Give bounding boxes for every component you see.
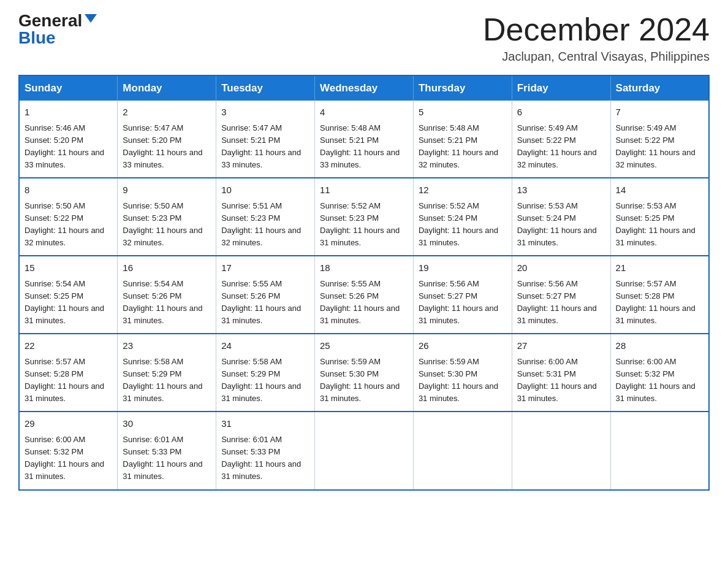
calendar-cell	[315, 412, 414, 489]
calendar-week-row: 1 Sunrise: 5:46 AMSunset: 5:20 PMDayligh…	[19, 101, 709, 178]
day-number: 13	[517, 183, 605, 197]
calendar-cell: 22 Sunrise: 5:57 AMSunset: 5:28 PMDaylig…	[19, 334, 118, 412]
day-number: 2	[123, 105, 211, 120]
day-number: 29	[25, 417, 112, 431]
calendar-cell: 23 Sunrise: 5:58 AMSunset: 5:29 PMDaylig…	[118, 334, 216, 412]
day-number: 8	[25, 183, 112, 197]
day-info: Sunrise: 5:58 AMSunset: 5:29 PMDaylight:…	[123, 356, 211, 405]
day-number: 19	[419, 261, 507, 275]
calendar-day-header-monday: Monday	[118, 75, 216, 101]
calendar-cell: 10 Sunrise: 5:51 AMSunset: 5:23 PMDaylig…	[216, 178, 315, 256]
calendar-cell: 2 Sunrise: 5:47 AMSunset: 5:20 PMDayligh…	[118, 101, 216, 178]
calendar-day-header-friday: Friday	[512, 75, 610, 101]
day-number: 11	[320, 183, 408, 197]
title-area: December 2024 Jaclupan, Central Visayas,…	[483, 12, 710, 64]
day-info: Sunrise: 6:00 AMSunset: 5:31 PMDaylight:…	[517, 356, 605, 405]
month-title: December 2024	[483, 12, 710, 47]
calendar-cell: 18 Sunrise: 5:55 AMSunset: 5:26 PMDaylig…	[315, 256, 414, 334]
day-info: Sunrise: 5:58 AMSunset: 5:29 PMDaylight:…	[221, 356, 309, 405]
day-number: 1	[25, 105, 112, 120]
calendar-week-row: 29 Sunrise: 6:00 AMSunset: 5:32 PMDaylig…	[19, 412, 709, 489]
calendar-cell: 30 Sunrise: 6:01 AMSunset: 5:33 PMDaylig…	[118, 412, 216, 489]
day-number: 31	[221, 417, 309, 431]
day-number: 15	[25, 261, 112, 275]
calendar-day-header-sunday: Sunday	[19, 75, 118, 101]
day-number: 23	[123, 339, 211, 353]
day-info: Sunrise: 5:53 AMSunset: 5:24 PMDaylight:…	[517, 200, 605, 250]
calendar-cell: 21 Sunrise: 5:57 AMSunset: 5:28 PMDaylig…	[610, 256, 709, 334]
calendar-cell: 4 Sunrise: 5:48 AMSunset: 5:21 PMDayligh…	[315, 101, 414, 178]
day-info: Sunrise: 5:48 AMSunset: 5:21 PMDaylight:…	[419, 122, 507, 172]
calendar-cell: 26 Sunrise: 5:59 AMSunset: 5:30 PMDaylig…	[413, 334, 512, 412]
calendar-week-row: 22 Sunrise: 5:57 AMSunset: 5:28 PMDaylig…	[19, 334, 709, 412]
day-info: Sunrise: 6:01 AMSunset: 5:33 PMDaylight:…	[221, 434, 309, 483]
day-info: Sunrise: 5:50 AMSunset: 5:23 PMDaylight:…	[123, 200, 211, 250]
logo-blue: Blue	[18, 29, 56, 47]
calendar-cell: 9 Sunrise: 5:50 AMSunset: 5:23 PMDayligh…	[118, 178, 216, 256]
calendar-header-row: SundayMondayTuesdayWednesdayThursdayFrid…	[19, 75, 709, 101]
calendar-cell: 31 Sunrise: 6:01 AMSunset: 5:33 PMDaylig…	[216, 412, 315, 489]
day-number: 9	[123, 183, 211, 197]
day-number: 10	[221, 183, 309, 197]
calendar-cell: 29 Sunrise: 6:00 AMSunset: 5:32 PMDaylig…	[19, 412, 118, 489]
day-number: 12	[419, 183, 507, 197]
calendar-cell	[610, 412, 709, 489]
day-number: 3	[221, 105, 309, 120]
day-number: 4	[320, 105, 408, 120]
calendar-cell	[512, 412, 610, 489]
day-info: Sunrise: 5:49 AMSunset: 5:22 PMDaylight:…	[616, 122, 703, 172]
day-number: 21	[616, 261, 703, 275]
day-info: Sunrise: 5:48 AMSunset: 5:21 PMDaylight:…	[320, 122, 408, 172]
day-info: Sunrise: 5:47 AMSunset: 5:21 PMDaylight:…	[221, 122, 309, 172]
day-number: 25	[320, 339, 408, 353]
day-info: Sunrise: 6:00 AMSunset: 5:32 PMDaylight:…	[616, 356, 703, 405]
day-info: Sunrise: 5:49 AMSunset: 5:22 PMDaylight:…	[517, 122, 605, 172]
day-number: 26	[419, 339, 507, 353]
location-title: Jaclupan, Central Visayas, Philippines	[483, 50, 710, 64]
day-info: Sunrise: 6:00 AMSunset: 5:32 PMDaylight:…	[25, 434, 112, 483]
calendar-cell: 24 Sunrise: 5:58 AMSunset: 5:29 PMDaylig…	[216, 334, 315, 412]
day-info: Sunrise: 6:01 AMSunset: 5:33 PMDaylight:…	[123, 434, 211, 483]
day-info: Sunrise: 5:54 AMSunset: 5:26 PMDaylight:…	[123, 278, 211, 327]
calendar-cell: 3 Sunrise: 5:47 AMSunset: 5:21 PMDayligh…	[216, 101, 315, 178]
calendar-cell: 19 Sunrise: 5:56 AMSunset: 5:27 PMDaylig…	[413, 256, 512, 334]
logo: General Blue	[18, 12, 97, 47]
calendar-cell: 16 Sunrise: 5:54 AMSunset: 5:26 PMDaylig…	[118, 256, 216, 334]
day-info: Sunrise: 5:46 AMSunset: 5:20 PMDaylight:…	[25, 122, 112, 172]
day-number: 6	[517, 105, 605, 120]
day-number: 17	[221, 261, 309, 275]
calendar-cell: 13 Sunrise: 5:53 AMSunset: 5:24 PMDaylig…	[512, 178, 610, 256]
calendar-cell: 14 Sunrise: 5:53 AMSunset: 5:25 PMDaylig…	[610, 178, 709, 256]
page-header: General Blue December 2024 Jaclupan, Cen…	[18, 12, 710, 64]
calendar-week-row: 8 Sunrise: 5:50 AMSunset: 5:22 PMDayligh…	[19, 178, 709, 256]
calendar-cell: 8 Sunrise: 5:50 AMSunset: 5:22 PMDayligh…	[19, 178, 118, 256]
calendar-cell: 6 Sunrise: 5:49 AMSunset: 5:22 PMDayligh…	[512, 101, 610, 178]
day-number: 28	[616, 339, 703, 353]
calendar-cell: 20 Sunrise: 5:56 AMSunset: 5:27 PMDaylig…	[512, 256, 610, 334]
day-info: Sunrise: 5:57 AMSunset: 5:28 PMDaylight:…	[616, 278, 703, 327]
day-info: Sunrise: 5:53 AMSunset: 5:25 PMDaylight:…	[616, 200, 703, 250]
calendar-cell: 12 Sunrise: 5:52 AMSunset: 5:24 PMDaylig…	[413, 178, 512, 256]
day-info: Sunrise: 5:55 AMSunset: 5:26 PMDaylight:…	[320, 278, 408, 327]
calendar-week-row: 15 Sunrise: 5:54 AMSunset: 5:25 PMDaylig…	[19, 256, 709, 334]
day-number: 14	[616, 183, 703, 197]
calendar-cell: 11 Sunrise: 5:52 AMSunset: 5:23 PMDaylig…	[315, 178, 414, 256]
logo-triangle-icon	[85, 14, 97, 23]
calendar-cell: 7 Sunrise: 5:49 AMSunset: 5:22 PMDayligh…	[610, 101, 709, 178]
calendar-cell: 17 Sunrise: 5:55 AMSunset: 5:26 PMDaylig…	[216, 256, 315, 334]
day-info: Sunrise: 5:59 AMSunset: 5:30 PMDaylight:…	[419, 356, 507, 405]
day-number: 22	[25, 339, 112, 353]
calendar-day-header-wednesday: Wednesday	[315, 75, 414, 101]
calendar-cell	[413, 412, 512, 489]
day-number: 24	[221, 339, 309, 353]
day-number: 20	[517, 261, 605, 275]
calendar-cell: 28 Sunrise: 6:00 AMSunset: 5:32 PMDaylig…	[610, 334, 709, 412]
calendar-cell: 25 Sunrise: 5:59 AMSunset: 5:30 PMDaylig…	[315, 334, 414, 412]
day-info: Sunrise: 5:52 AMSunset: 5:23 PMDaylight:…	[320, 200, 408, 250]
day-number: 18	[320, 261, 408, 275]
day-number: 30	[123, 417, 211, 431]
day-info: Sunrise: 5:57 AMSunset: 5:28 PMDaylight:…	[25, 356, 112, 405]
calendar-table: SundayMondayTuesdayWednesdayThursdayFrid…	[18, 75, 710, 490]
day-info: Sunrise: 5:54 AMSunset: 5:25 PMDaylight:…	[25, 278, 112, 327]
day-info: Sunrise: 5:55 AMSunset: 5:26 PMDaylight:…	[221, 278, 309, 327]
